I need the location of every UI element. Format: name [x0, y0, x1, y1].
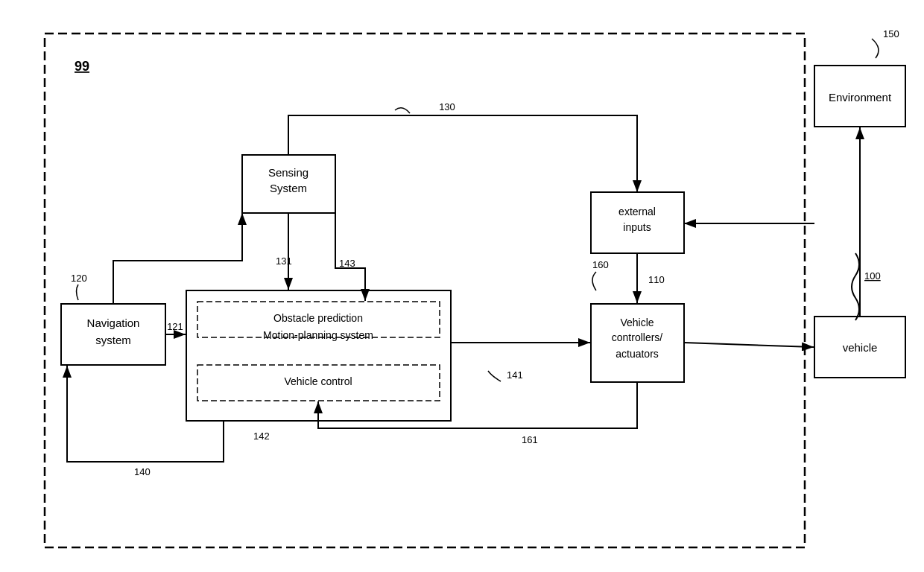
sensing-label-line1: Sensing: [268, 166, 308, 179]
label-161: 161: [522, 434, 538, 445]
external-inputs-label-line2: inputs: [623, 221, 651, 233]
arrow-140-feedback: [67, 366, 224, 462]
label-121: 121: [167, 321, 183, 332]
label-100: 100: [864, 270, 881, 282]
external-inputs-label-line1: external: [618, 206, 656, 217]
arrow-sensing-to-obs: [335, 213, 365, 301]
ref-120-line: [77, 285, 79, 300]
obstacle-prediction-label: Obstacle prediction: [273, 312, 363, 324]
navigation-label-line2: system: [95, 334, 131, 346]
ref-141-bracket: [488, 371, 501, 381]
sensing-label-line2: System: [270, 182, 307, 194]
motion-planning-label: Motion-planning system: [263, 329, 373, 341]
label-110: 110: [648, 274, 665, 285]
label-140: 140: [134, 466, 151, 477]
label-142: 142: [253, 430, 270, 442]
ref-100-line: [852, 253, 859, 320]
arrow-sensing-to-external: [288, 115, 637, 192]
ref-130-bracket: [395, 108, 410, 113]
label-143: 143: [339, 258, 355, 269]
vehicle-controllers-label-line2: controllers/: [612, 331, 663, 343]
vehicle-control-label: Vehicle control: [284, 375, 352, 387]
environment-label: Environment: [829, 91, 892, 104]
vehicle-controllers-label-line1: Vehicle: [620, 317, 654, 328]
navigation-label-line1: Navigation: [87, 317, 140, 329]
ref-150-line: [872, 39, 879, 58]
vehicle-label: vehicle: [843, 341, 878, 354]
diagram-container: 99 Environment 150 vehicle 100 Navigatio…: [0, 0, 924, 572]
ref-160-line: [592, 272, 596, 290]
label-120: 120: [71, 273, 87, 284]
arrow-vc-to-vehicle: [684, 343, 814, 347]
label-160: 160: [592, 259, 609, 270]
label-141: 141: [507, 369, 523, 381]
label-150: 150: [883, 28, 899, 39]
label-99: 99: [75, 59, 89, 74]
label-131: 131: [276, 255, 292, 267]
vehicle-controllers-label-line3: actuators: [616, 348, 659, 360]
label-130: 130: [439, 101, 455, 112]
